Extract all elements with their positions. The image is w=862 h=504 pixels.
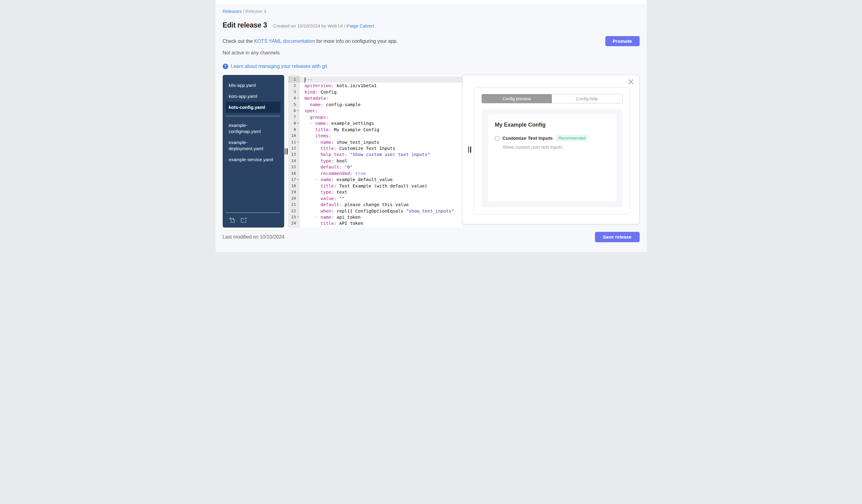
title-row: Edit release 3 Created on 10/10/2024 by … <box>223 21 640 29</box>
tab-config-preview[interactable]: Config preview <box>482 94 552 103</box>
code-line[interactable]: 10items: <box>288 133 462 139</box>
code-line[interactable]: 16recommended: true <box>288 170 462 176</box>
fold-arrow-icon[interactable]: ▾ <box>296 139 300 145</box>
page-title: Edit release 3 <box>223 21 267 29</box>
config-form-card: My Example Config Customize Text Inputs … <box>488 115 616 201</box>
channel-status: Not active in any channels <box>223 50 640 56</box>
fold-arrow-icon[interactable]: ▾ <box>296 176 300 183</box>
code-line[interactable]: 17▾- name: example_default_value <box>288 176 462 183</box>
code-line[interactable]: 2apiVersion: kots.io/v1beta1 <box>288 82 462 89</box>
config-preview-panel: Config previewConfig help My Example Con… <box>462 75 639 224</box>
intro-after: for more info on configuring your app. <box>315 39 398 44</box>
question-mark-icon[interactable]: ? <box>223 64 228 69</box>
code-line[interactable]: 15default: "0" <box>288 164 462 170</box>
code-line[interactable]: 22when: repl{{ ConfigOptionEquals "show_… <box>288 208 462 214</box>
breadcrumb-current: Release 3 <box>246 9 266 14</box>
sidebar-actions <box>223 216 284 223</box>
top-strip <box>216 0 646 4</box>
code-line-content: type: bool <box>300 158 348 164</box>
code-line-content: title: Text Example (with default value) <box>300 183 428 189</box>
breadcrumb: Releases / Release 3 <box>223 9 640 14</box>
save-release-button[interactable]: Save release <box>595 232 640 242</box>
code-line[interactable]: 25type: password <box>288 227 462 227</box>
code-line[interactable]: 23▾- name: api_token <box>288 214 462 220</box>
code-line[interactable]: 21default: please change this value <box>288 201 462 208</box>
code-line[interactable]: 19type: text <box>288 189 462 195</box>
file-tree-item[interactable]: example-service.yaml <box>226 154 280 165</box>
code-line[interactable]: 24title: API token <box>288 220 462 226</box>
created-text: Created on 10/10/2024 by Web UI / <box>273 23 345 28</box>
line-number: 19 <box>288 189 300 195</box>
code-line[interactable]: 13help_text: "Show custom user text inpu… <box>288 151 462 158</box>
line-number: 3 <box>288 89 300 95</box>
code-line[interactable]: 4▾metadata: <box>288 95 462 101</box>
code-line-content: items: <box>300 133 331 139</box>
line-number: 23▾ <box>288 214 300 220</box>
last-modified-text: Last modified on 10/10/2024 <box>223 234 285 240</box>
line-number: 5 <box>288 102 300 108</box>
fold-arrow-icon[interactable]: ▾ <box>296 108 300 114</box>
line-number: 10 <box>288 133 300 139</box>
code-line[interactable]: 20value: "" <box>288 196 462 201</box>
code-line-content: metadata: <box>300 95 329 101</box>
breadcrumb-releases-link[interactable]: Releases <box>223 9 242 14</box>
code-line[interactable]: 5name: config-sample <box>288 102 462 108</box>
file-tree-item[interactable]: example-deployment.yaml <box>226 137 280 154</box>
fold-arrow-icon[interactable]: ▾ <box>296 120 300 126</box>
code-line[interactable]: 9title: My Example Config <box>288 127 462 133</box>
fold-arrow-icon[interactable]: ▾ <box>296 214 300 220</box>
config-item-help: Show custom user text inputs <box>502 144 616 149</box>
line-number: 25 <box>288 227 300 227</box>
code-line-content: help_text: "Show custom user text inputs… <box>300 151 430 158</box>
line-number: 7 <box>288 114 300 120</box>
author-link[interactable]: Paige Calvert <box>347 23 374 28</box>
code-line-content: - name: example_settings <box>300 120 374 126</box>
file-tree-item[interactable]: kots-config.yaml <box>226 102 280 113</box>
close-icon[interactable] <box>628 79 634 84</box>
panel-resize-handle[interactable] <box>468 146 471 152</box>
kots-yaml-doc-link[interactable]: KOTS YAML documentation <box>254 39 315 44</box>
preview-surface: My Example Config Customize Text Inputs … <box>482 109 623 207</box>
git-help-link[interactable]: Learn about managing your releases with … <box>231 64 327 69</box>
file-list-divider <box>226 116 280 116</box>
line-number: 15 <box>288 164 300 170</box>
config-item-row: Customize Text Inputs Recommended <box>495 135 616 141</box>
code-line[interactable]: 6▾spec: <box>288 108 462 114</box>
intro-text: Check out the KOTS YAML documentation fo… <box>223 39 640 44</box>
code-line[interactable]: 18title: Text Example (with default valu… <box>288 183 462 189</box>
code-line[interactable]: 14type: bool <box>288 158 462 164</box>
code-line[interactable]: 8▾- name: example_settings <box>288 120 462 126</box>
code-line[interactable]: 12title: Customize Text Inputs <box>288 145 462 151</box>
breadcrumb-separator: / <box>243 9 244 14</box>
code-line[interactable]: 1--- <box>288 77 462 82</box>
code-line[interactable]: 3kind: Config <box>288 89 462 95</box>
line-number: 12 <box>288 145 300 151</box>
line-number: 22 <box>288 208 300 214</box>
code-line-content: default: "0" <box>300 164 353 170</box>
add-file-icon[interactable] <box>229 216 236 223</box>
add-folder-icon[interactable] <box>240 216 247 223</box>
file-tree-item[interactable]: kots-app.yaml <box>226 91 280 102</box>
code-line-content: - name: show_text_inputs <box>300 139 379 145</box>
recommended-badge: Recommended <box>556 135 588 141</box>
code-line-content: when: repl{{ ConfigOptionEquals "show_te… <box>300 208 454 214</box>
file-tree-item[interactable]: k8s-app.yaml <box>226 80 280 91</box>
code-line-content: apiVersion: kots.io/v1beta1 <box>300 82 377 89</box>
code-line-content: type: text <box>300 189 348 195</box>
line-number: 17▾ <box>288 176 300 183</box>
fold-arrow-icon[interactable]: ▾ <box>296 95 300 101</box>
code-line[interactable]: 11▾- name: show_text_inputs <box>288 139 462 145</box>
git-help-row: ? Learn about managing your releases wit… <box>223 64 640 69</box>
yaml-editor[interactable]: 1---2apiVersion: kots.io/v1beta13kind: C… <box>288 75 462 227</box>
promote-button[interactable]: Promote <box>605 36 640 46</box>
code-line[interactable]: 7groups: <box>288 114 462 120</box>
code-line-content: spec: <box>300 108 318 114</box>
sidebar-resize-handle[interactable] <box>285 148 288 155</box>
file-tree-item[interactable]: example-configmap.yaml <box>226 120 280 137</box>
preview-tabs: Config previewConfig help <box>482 94 623 103</box>
config-checkbox[interactable] <box>495 136 499 141</box>
file-list: k8s-app.yamlkots-app.yamlkots-config.yam… <box>223 75 284 165</box>
tab-config-help[interactable]: Config help <box>552 94 622 103</box>
code-line-content: --- <box>300 77 313 82</box>
line-number: 9 <box>288 127 300 133</box>
